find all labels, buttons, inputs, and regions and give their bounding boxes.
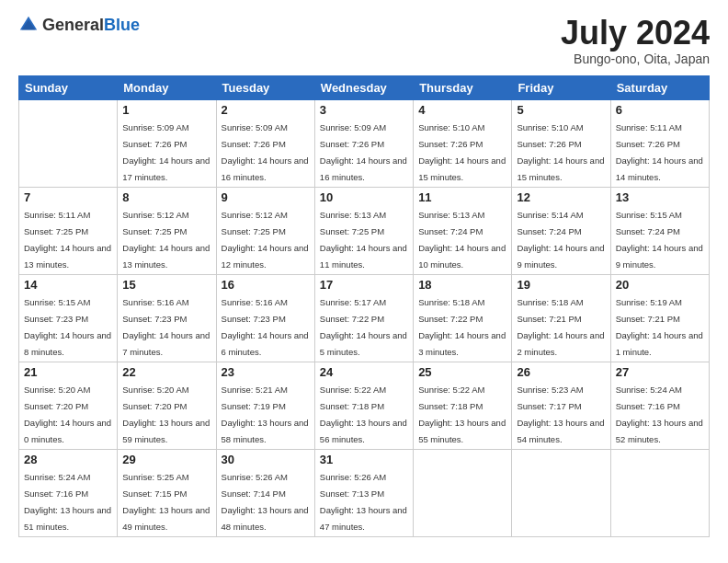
calendar-cell: 1 Sunrise: 5:09 AMSunset: 7:26 PMDayligh… [118,99,216,187]
calendar: Sunday Monday Tuesday Wednesday Thursday… [18,75,710,537]
cell-info: Sunrise: 5:15 AMSunset: 7:24 PMDaylight:… [616,210,703,270]
cell-date: 3 [320,103,408,117]
cell-date: 14 [24,278,112,292]
logo-icon [18,15,39,35]
calendar-cell [19,99,118,187]
title-block: July 2024 Bungo-ono, Oita, Japan [561,15,710,66]
cell-info: Sunrise: 5:25 AMSunset: 7:15 PMDaylight:… [122,472,210,532]
calendar-cell: 7 Sunrise: 5:11 AMSunset: 7:25 PMDayligh… [19,187,118,274]
cell-info: Sunrise: 5:12 AMSunset: 7:25 PMDaylight:… [222,210,309,270]
calendar-cell [512,449,610,536]
cell-date: 30 [222,453,310,466]
cell-info: Sunrise: 5:24 AMSunset: 7:16 PMDaylight:… [616,385,703,444]
cell-date: 28 [24,453,112,466]
calendar-cell: 4 Sunrise: 5:10 AMSunset: 7:26 PMDayligh… [414,99,512,187]
calendar-cell [414,449,512,536]
cell-date: 1 [122,103,210,117]
cell-date: 18 [418,278,506,292]
cell-info: Sunrise: 5:09 AMSunset: 7:26 PMDaylight:… [122,122,210,182]
calendar-cell: 29 Sunrise: 5:25 AMSunset: 7:15 PMDaylig… [118,449,216,536]
cell-date: 29 [122,453,210,466]
location-subtitle: Bungo-ono, Oita, Japan [561,52,710,66]
cell-info: Sunrise: 5:12 AMSunset: 7:25 PMDaylight:… [122,210,210,270]
cell-info: Sunrise: 5:26 AMSunset: 7:13 PMDaylight:… [320,472,407,532]
calendar-cell: 25 Sunrise: 5:22 AMSunset: 7:18 PMDaylig… [414,362,512,449]
cell-info: Sunrise: 5:23 AMSunset: 7:17 PMDaylight:… [517,385,604,444]
calendar-cell: 28 Sunrise: 5:24 AMSunset: 7:16 PMDaylig… [19,449,118,536]
cell-info: Sunrise: 5:18 AMSunset: 7:22 PMDaylight:… [418,297,506,357]
cell-date: 7 [24,190,112,204]
cell-info: Sunrise: 5:13 AMSunset: 7:24 PMDaylight:… [418,210,506,270]
cell-info: Sunrise: 5:09 AMSunset: 7:26 PMDaylight:… [222,122,309,182]
header-wednesday: Wednesday [314,75,413,99]
cell-date: 24 [320,365,408,379]
cell-date: 2 [222,103,310,117]
calendar-cell: 13 Sunrise: 5:15 AMSunset: 7:24 PMDaylig… [610,187,709,274]
calendar-cell: 14 Sunrise: 5:15 AMSunset: 7:23 PMDaylig… [19,274,118,362]
calendar-cell [610,449,709,536]
cell-info: Sunrise: 5:13 AMSunset: 7:25 PMDaylight:… [320,210,407,270]
cell-date: 5 [517,103,605,117]
cell-info: Sunrise: 5:16 AMSunset: 7:23 PMDaylight:… [222,297,309,357]
cell-info: Sunrise: 5:18 AMSunset: 7:21 PMDaylight:… [517,297,604,357]
calendar-cell: 8 Sunrise: 5:12 AMSunset: 7:25 PMDayligh… [118,187,216,274]
header-saturday: Saturday [610,75,709,99]
cell-date: 4 [418,103,506,117]
cell-date: 11 [418,190,506,204]
calendar-cell: 6 Sunrise: 5:11 AMSunset: 7:26 PMDayligh… [610,99,709,187]
week-row: 28 Sunrise: 5:24 AMSunset: 7:16 PMDaylig… [19,449,710,536]
calendar-cell: 15 Sunrise: 5:16 AMSunset: 7:23 PMDaylig… [118,274,216,362]
cell-info: Sunrise: 5:22 AMSunset: 7:18 PMDaylight:… [418,385,506,444]
cell-date: 26 [517,365,605,379]
cell-date: 21 [24,365,112,379]
header-friday: Friday [512,75,610,99]
cell-info: Sunrise: 5:20 AMSunset: 7:20 PMDaylight:… [122,385,210,444]
page: GeneralBlue July 2024 Bungo-ono, Oita, J… [0,0,728,563]
calendar-cell: 19 Sunrise: 5:18 AMSunset: 7:21 PMDaylig… [512,274,610,362]
week-row: 7 Sunrise: 5:11 AMSunset: 7:25 PMDayligh… [19,187,710,274]
cell-info: Sunrise: 5:22 AMSunset: 7:18 PMDaylight:… [320,385,407,444]
cell-date: 27 [616,365,704,379]
calendar-cell: 18 Sunrise: 5:18 AMSunset: 7:22 PMDaylig… [414,274,512,362]
cell-info: Sunrise: 5:17 AMSunset: 7:22 PMDaylight:… [320,297,407,357]
cell-info: Sunrise: 5:24 AMSunset: 7:16 PMDaylight:… [24,472,111,532]
calendar-cell: 23 Sunrise: 5:21 AMSunset: 7:19 PMDaylig… [216,362,314,449]
calendar-cell: 16 Sunrise: 5:16 AMSunset: 7:23 PMDaylig… [216,274,314,362]
cell-date: 22 [122,365,210,379]
calendar-cell: 17 Sunrise: 5:17 AMSunset: 7:22 PMDaylig… [314,274,413,362]
cell-date: 6 [616,103,704,117]
cell-info: Sunrise: 5:16 AMSunset: 7:23 PMDaylight:… [122,297,210,357]
calendar-cell: 3 Sunrise: 5:09 AMSunset: 7:26 PMDayligh… [314,99,413,187]
calendar-cell: 12 Sunrise: 5:14 AMSunset: 7:24 PMDaylig… [512,187,610,274]
calendar-cell: 10 Sunrise: 5:13 AMSunset: 7:25 PMDaylig… [314,187,413,274]
cell-date: 20 [616,278,704,292]
week-row: 14 Sunrise: 5:15 AMSunset: 7:23 PMDaylig… [19,274,710,362]
calendar-cell: 22 Sunrise: 5:20 AMSunset: 7:20 PMDaylig… [118,362,216,449]
cell-date: 19 [517,278,605,292]
cell-info: Sunrise: 5:26 AMSunset: 7:14 PMDaylight:… [222,472,309,532]
calendar-cell: 9 Sunrise: 5:12 AMSunset: 7:25 PMDayligh… [216,187,314,274]
header-monday: Monday [118,75,216,99]
cell-info: Sunrise: 5:15 AMSunset: 7:23 PMDaylight:… [24,297,111,357]
calendar-cell: 11 Sunrise: 5:13 AMSunset: 7:24 PMDaylig… [414,187,512,274]
cell-date: 9 [222,190,310,204]
calendar-cell: 2 Sunrise: 5:09 AMSunset: 7:26 PMDayligh… [216,99,314,187]
month-title: July 2024 [561,15,710,52]
day-headers-row: Sunday Monday Tuesday Wednesday Thursday… [19,75,710,99]
cell-date: 10 [320,190,408,204]
calendar-cell: 5 Sunrise: 5:10 AMSunset: 7:26 PMDayligh… [512,99,610,187]
cell-info: Sunrise: 5:10 AMSunset: 7:26 PMDaylight:… [517,122,604,182]
cell-date: 16 [222,278,310,292]
cell-date: 17 [320,278,408,292]
cell-date: 13 [616,190,704,204]
cell-date: 25 [418,365,506,379]
calendar-cell: 27 Sunrise: 5:24 AMSunset: 7:16 PMDaylig… [610,362,709,449]
week-row: 1 Sunrise: 5:09 AMSunset: 7:26 PMDayligh… [19,99,710,187]
calendar-cell: 26 Sunrise: 5:23 AMSunset: 7:17 PMDaylig… [512,362,610,449]
calendar-cell: 24 Sunrise: 5:22 AMSunset: 7:18 PMDaylig… [314,362,413,449]
calendar-cell: 21 Sunrise: 5:20 AMSunset: 7:20 PMDaylig… [19,362,118,449]
cell-info: Sunrise: 5:11 AMSunset: 7:25 PMDaylight:… [24,210,111,270]
calendar-cell: 30 Sunrise: 5:26 AMSunset: 7:14 PMDaylig… [216,449,314,536]
logo: GeneralBlue [18,15,140,35]
cell-info: Sunrise: 5:14 AMSunset: 7:24 PMDaylight:… [517,210,604,270]
